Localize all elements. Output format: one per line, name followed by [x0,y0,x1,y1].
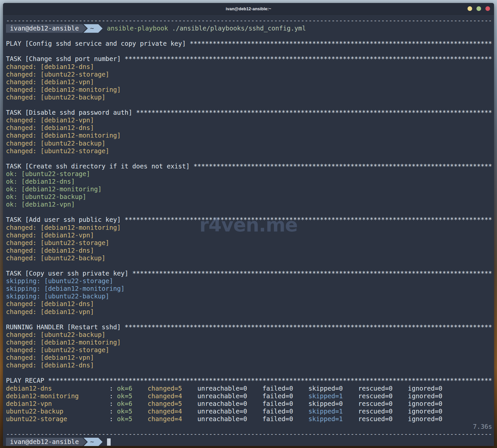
elapsed-time: 7.36s [6,423,492,430]
handler-header-line: RUNNING HANDLER [Restart sshd] *********… [6,323,494,331]
recap-field-skipped: skipped=0 [308,385,343,392]
minimize-button[interactable] [468,6,472,11]
task-header-line: TASK [Add user ssh public key] *********… [6,216,494,224]
task-result-line: changed: [debian12-monitoring] [6,132,494,139]
recap-field-skipped: skipped=1 [308,408,343,415]
recap-field-rescued: rescued=0 [358,400,393,408]
blank-line [6,101,494,109]
blank-line [6,262,494,270]
command-text: ansible-playbook [107,25,168,32]
task-result-changed: changed: [debian12-dns] [6,300,94,308]
task-result-line: changed: [ubuntu22-storage] [6,147,494,155]
task-result-changed: changed: [debian12-vpn] [6,308,94,316]
task-header-line: TASK [Copy user ssh private key] *******… [6,270,494,277]
terminal-output[interactable]: ----------------------------------------… [3,15,494,446]
recap-field-unreachable: unreachable=0 [197,400,247,408]
task-result-changed: changed: [ubuntu22-backup] [6,254,105,262]
window-titlebar[interactable]: ivan@deb12-ansible:~ [3,3,494,15]
terminal-window: ivan@deb12-ansible:~ -------------------… [3,3,494,446]
task-result-line: changed: [ubuntu22-backup] [6,140,494,147]
task-result-line: changed: [debian12-dns] [6,63,494,71]
recap-field-ignored: ignored=0 [408,385,442,392]
recap-field-ok: ok=5 [117,408,132,415]
terminal-cursor[interactable] [107,438,111,446]
task-result-line: ok: [ubuntu22-storage] [6,170,494,178]
recap-field-ok: ok=6 [117,385,132,392]
maximize-button[interactable] [476,6,481,11]
task-result-changed: changed: [debian12-dns] [6,124,94,132]
command-argument: ./ansible/playbooks/sshd_config.yml [168,25,306,32]
recap-host: debian12-vpn [6,400,52,408]
recap-colon: : [79,392,117,400]
recap-field-unreachable: unreachable=0 [197,415,247,423]
recap-field-rescued: rescued=0 [358,385,393,392]
recap-field-changed: changed=4 [147,415,182,423]
task-result-line: skipping: [ubuntu22-storage] [6,277,494,285]
recap-field-ignored: ignored=0 [408,408,442,415]
task-result-skipping: skipping: [ubuntu22-backup] [6,292,109,300]
recap-field-changed: changed=5 [147,400,182,408]
recap-field-skipped: skipped=1 [308,415,343,423]
separator-line: ----------------------------------------… [6,430,494,438]
task-result-changed: changed: [ubuntu22-backup] [6,140,105,147]
blank-line [6,316,494,323]
task-result-changed: changed: [debian12-dns] [6,361,94,369]
recap-field-changed: changed=4 [147,408,182,415]
task-result-ok: ok: [debian12-dns] [6,178,75,185]
task-result-line: changed: [ubuntu22-backup] [6,94,494,101]
task-result-line: changed: [ubuntu22-storage] [6,346,494,354]
task-result-line: changed: [debian12-monitoring] [6,339,494,346]
task-result-changed: changed: [debian12-vpn] [6,231,94,239]
recap-field-ok: ok=5 [117,392,132,400]
blank-line [6,208,494,216]
recap-field-skipped: skipped=1 [308,392,343,400]
recap-row: ubuntu22-storage : ok=5 changed=4 unreac… [6,415,494,423]
recap-field-failed: failed=0 [262,400,293,408]
recap-host: debian12-dns [6,385,52,392]
play-header-line: PLAY [Config sshd service and copy priva… [6,40,494,47]
task-result-ok: ok: [ubuntu22-backup] [6,193,86,201]
recap-row: debian12-monitoring : ok=5 changed=4 unr… [6,392,494,400]
task-result-changed: changed: [debian12-dns] [6,247,94,254]
recap-field-unreachable: unreachable=0 [197,408,247,415]
task-result-line: changed: [debian12-vpn] [6,354,494,361]
blank-line [6,47,494,55]
recap-field-failed: failed=0 [262,415,293,423]
task-result-line: changed: [debian12-vpn] [6,231,494,239]
blank-line [6,32,494,40]
recap-field-changed: changed=5 [147,385,182,392]
recap-colon: : [67,415,117,423]
recap-host: debian12-monitoring [6,392,79,400]
task-result-line: changed: [debian12-vpn] [6,308,494,316]
task-result-changed: changed: [ubuntu22-storage] [6,239,109,247]
task-result-line: changed: [debian12-vpn] [6,78,494,86]
task-result-changed: changed: [debian12-monitoring] [6,132,121,139]
blank-line [6,155,494,162]
task-result-line: ok: [debian12-monitoring] [6,185,494,193]
task-result-line: ok: [debian12-vpn] [6,201,494,208]
close-button[interactable] [485,6,490,11]
recap-field-ok: ok=5 [117,415,132,423]
recap-row: debian12-dns : ok=6 changed=5 unreachabl… [6,385,494,392]
recap-field-ignored: ignored=0 [408,400,442,408]
separator-line: ----------------------------------------… [6,17,494,25]
recap-colon: : [52,400,117,408]
recap-field-skipped: skipped=0 [308,400,343,408]
task-result-changed: changed: [ubuntu22-backup] [6,94,105,101]
task-result-line: changed: [debian12-dns] [6,361,494,369]
recap-field-ok: ok=6 [117,400,132,408]
task-header-line: TASK [Change sshd port number] *********… [6,55,494,63]
task-header-line: TASK [Disable sshd password auth] ******… [6,109,494,116]
recap-field-unreachable: unreachable=0 [197,392,247,400]
task-result-changed: changed: [debian12-monitoring] [6,86,121,94]
recap-host: ubuntu22-backup [6,408,63,415]
task-result-skipping: skipping: [ubuntu22-storage] [6,277,113,285]
task-result-line: changed: [ubuntu22-backup] [6,331,494,339]
task-result-line: changed: [debian12-monitoring] [6,224,494,231]
recap-field-ignored: ignored=0 [408,415,442,423]
recap-field-unreachable: unreachable=0 [197,385,247,392]
recap-host: ubuntu22-storage [6,415,67,423]
task-result-changed: changed: [debian12-vpn] [6,116,94,124]
task-result-skipping: skipping: [debian12-monitoring] [6,285,125,292]
task-result-changed: changed: [ubuntu22-storage] [6,147,109,155]
